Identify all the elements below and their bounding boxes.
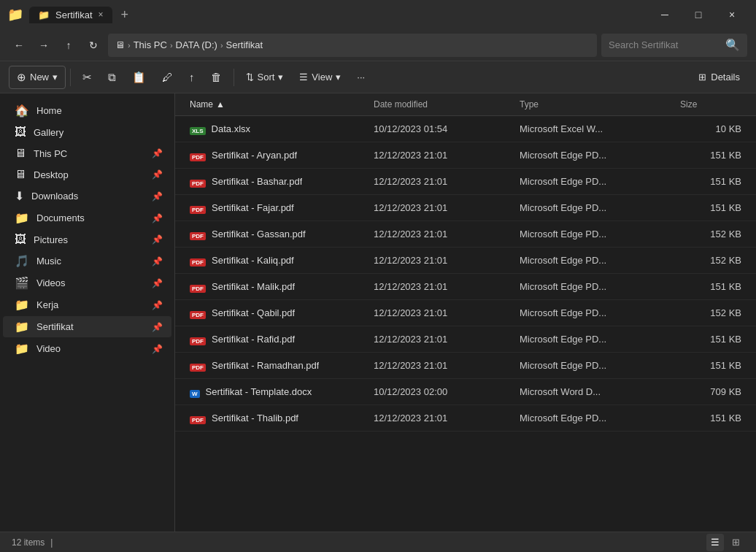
rename-button[interactable]: 🖊 [155, 66, 180, 89]
file-name-cell: PDF Sertifikat - Qabil.pdf [184, 307, 368, 320]
col-name-header[interactable]: Name ▲ [184, 96, 368, 112]
copy-button[interactable]: ⧉ [101, 66, 123, 89]
pdf-badge: PDF [190, 258, 206, 267]
table-row[interactable]: PDF Sertifikat - Bashar.pdf 12/12/2023 2… [175, 169, 756, 195]
new-button[interactable]: ⊕ New ▾ [9, 66, 66, 89]
table-row[interactable]: PDF Sertifikat - Qabil.pdf 12/12/2023 21… [175, 300, 756, 326]
breadcrumb-sertifikat[interactable]: Sertifikat [226, 39, 263, 50]
table-row[interactable]: PDF Sertifikat - Rafid.pdf 12/12/2023 21… [175, 326, 756, 353]
close-button[interactable]: × [715, 3, 749, 26]
file-header: Name ▲ Date modified Type Size [175, 93, 756, 116]
file-type: Microsoft Edge PD... [514, 150, 674, 161]
sidebar-item-pictures[interactable]: 🖼 Pictures 📌 [3, 229, 171, 250]
file-name: Sertifikat - Ramadhan.pdf [212, 360, 319, 371]
pdf-badge: PDF [190, 364, 206, 372]
pdf-badge: PDF [190, 153, 206, 161]
breadcrumb-sep-1: › [128, 41, 131, 50]
table-row[interactable]: W Sertifikat - Template.docx 10/12/2023 … [175, 379, 756, 405]
sidebar-pin-downloads: 📌 [152, 191, 163, 202]
search-input[interactable] [609, 39, 721, 50]
breadcrumb-sep-2: › [170, 41, 173, 50]
table-row[interactable]: PDF Sertifikat - Ramadhan.pdf 12/12/2023… [175, 353, 756, 379]
title-bar: 📁 📁 Sertifikat × + ─ □ × [0, 0, 756, 29]
details-button[interactable]: ⊞ Details [691, 69, 747, 85]
file-name: Sertifikat - Gassan.pdf [212, 229, 306, 239]
sidebar-item-desktop[interactable]: 🖥 Desktop 📌 [3, 164, 171, 185]
table-row[interactable]: PDF Sertifikat - Gassan.pdf 12/12/2023 2… [175, 221, 756, 248]
sidebar-item-this-pc[interactable]: 🖥 This PC 📌 [3, 143, 171, 164]
table-row[interactable]: PDF Sertifikat - Thalib.pdf 12/12/2023 2… [175, 405, 756, 432]
col-type-header[interactable]: Type [514, 96, 674, 112]
paste-button[interactable]: 📋 [125, 66, 153, 89]
file-date: 12/12/2023 21:01 [368, 176, 514, 187]
active-tab[interactable]: 📁 Sertifikat × [29, 7, 112, 23]
file-type: Microsoft Edge PD... [514, 334, 674, 345]
file-date: 12/12/2023 21:01 [368, 202, 514, 213]
file-type-icon: PDF [190, 307, 206, 320]
file-size: 151 KB [674, 413, 747, 423]
maximize-button[interactable]: □ [682, 3, 715, 26]
forward-button[interactable]: → [34, 35, 54, 55]
sidebar-item-gallery[interactable]: 🖼 Gallery [3, 122, 171, 142]
file-name-cell: PDF Sertifikat - Bashar.pdf [184, 175, 368, 188]
sidebar-item-sertifikat[interactable]: 📁 Sertifikat 📌 [3, 316, 171, 337]
sidebar-item-home[interactable]: 🏠 Home [3, 100, 171, 121]
sidebar-item-documents[interactable]: 📁 Documents 📌 [3, 207, 171, 229]
sidebar-label-video: Video [36, 343, 144, 354]
sidebar-label-downloads: Downloads [31, 191, 144, 202]
cut-button[interactable]: ✂ [75, 66, 99, 89]
new-tab-button[interactable]: + [115, 7, 135, 23]
sort-button[interactable]: ⇅ Sort ▾ [239, 66, 291, 89]
file-type: Microsoft Edge PD... [514, 255, 674, 266]
file-name: Sertifikat - Aryan.pdf [212, 150, 297, 161]
breadcrumb-this-pc[interactable]: This PC [134, 39, 167, 50]
details-icon: ⊞ [698, 72, 706, 83]
more-icon: ··· [357, 72, 365, 83]
sidebar-item-video[interactable]: 📁 Video 📌 [3, 338, 171, 359]
table-row[interactable]: PDF Sertifikat - Aryan.pdf 12/12/2023 21… [175, 142, 756, 169]
breadcrumb[interactable]: 🖥 › This PC › DATA (D:) › Sertifikat [108, 34, 597, 57]
file-name: Sertifikat - Kaliq.pdf [212, 255, 294, 266]
tab-close-button[interactable]: × [99, 9, 104, 20]
table-row[interactable]: PDF Sertifikat - Malik.pdf 12/12/2023 21… [175, 274, 756, 300]
sidebar-pin-this-pc: 📌 [152, 148, 163, 158]
share-button[interactable]: ↑ [182, 66, 202, 89]
file-size: 151 KB [674, 150, 747, 161]
file-type: Microsoft Edge PD... [514, 281, 674, 292]
grid-view-toggle[interactable]: ⊞ [727, 534, 744, 551]
table-row[interactable]: PDF Sertifikat - Fajar.pdf 12/12/2023 21… [175, 195, 756, 221]
search-box[interactable]: 🔍 [601, 34, 747, 57]
sidebar-item-videos[interactable]: 🎬 Videos 📌 [3, 272, 171, 294]
list-view-toggle[interactable]: ☰ [706, 534, 724, 551]
breadcrumb-data-d[interactable]: DATA (D:) [176, 39, 217, 50]
refresh-button[interactable]: ↻ [83, 35, 104, 55]
table-row[interactable]: XLS Data.xlsx 10/12/2023 01:54 Microsoft… [175, 116, 756, 142]
new-label: New [30, 72, 49, 83]
file-name: Sertifikat - Template.docx [206, 386, 312, 397]
sidebar-item-kerja[interactable]: 📁 Kerja 📌 [3, 294, 171, 315]
toolbar: ⊕ New ▾ ✂ ⧉ 📋 🖊 ↑ 🗑 ⇅ Sort ▾ ☰ View ▾ ··… [0, 61, 756, 93]
file-type-icon: PDF [190, 254, 206, 267]
col-size-header[interactable]: Size [674, 96, 747, 112]
file-name: Data.xlsx [212, 123, 250, 134]
col-date-header[interactable]: Date modified [368, 96, 514, 112]
more-button[interactable]: ··· [350, 66, 372, 89]
sidebar-item-downloads[interactable]: ⬇ Downloads 📌 [3, 185, 171, 207]
file-size: 10 KB [674, 123, 747, 134]
sidebar-label-this-pc: This PC [34, 148, 144, 159]
sidebar-label-sertifikat: Sertifikat [36, 321, 144, 332]
new-arrow-icon: ▾ [53, 72, 58, 83]
table-row[interactable]: PDF Sertifikat - Kaliq.pdf 12/12/2023 21… [175, 248, 756, 274]
back-button[interactable]: ← [9, 35, 29, 55]
sidebar-item-music[interactable]: 🎵 Music 📌 [3, 250, 171, 272]
view-button[interactable]: ☰ View ▾ [292, 66, 348, 89]
sidebar-icon-downloads: ⬇ [15, 189, 24, 203]
minimize-button[interactable]: ─ [648, 3, 682, 26]
file-type: Microsoft Word D... [514, 386, 674, 397]
docx-badge: W [190, 390, 200, 398]
delete-button[interactable]: 🗑 [204, 66, 229, 89]
up-button[interactable]: ↑ [58, 35, 79, 55]
pdf-badge: PDF [190, 416, 206, 424]
sort-arrow-icon: ▾ [278, 72, 283, 83]
file-type: Microsoft Edge PD... [514, 307, 674, 318]
